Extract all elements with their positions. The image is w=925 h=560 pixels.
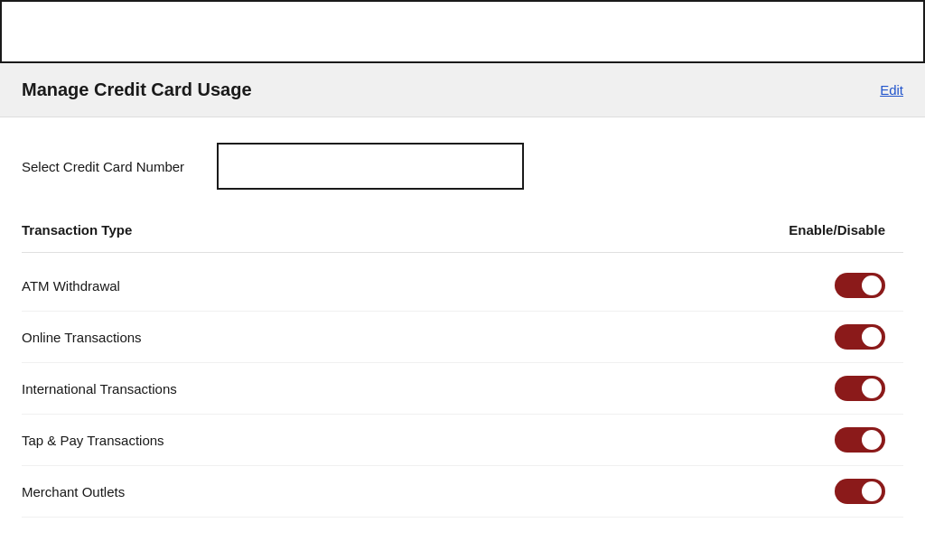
toggle-wrapper-online [835, 324, 885, 350]
toggle-wrapper-atm [835, 273, 885, 298]
transaction-rows-container: ATM WithdrawalOnline TransactionsInterna… [22, 260, 903, 518]
transaction-name-tap-pay: Tap & Pay Transactions [22, 433, 164, 448]
toggle-slider-online [835, 324, 885, 350]
toggle-international[interactable] [835, 376, 885, 401]
content-area: Select Credit Card Number Transaction Ty… [0, 117, 925, 543]
table-row: International Transactions [22, 363, 903, 415]
table-row: Online Transactions [22, 312, 903, 363]
toggle-wrapper-merchant [835, 479, 885, 504]
toggle-slider-atm [835, 273, 885, 298]
table-header: Transaction Type Enable/Disable [22, 215, 903, 253]
toggle-slider-international [835, 376, 885, 401]
table-row: Merchant Outlets [22, 466, 903, 518]
toggle-wrapper-tap-pay [835, 427, 885, 453]
transaction-name-merchant: Merchant Outlets [22, 484, 125, 499]
toggle-slider-tap-pay [835, 427, 885, 453]
toggle-atm[interactable] [835, 273, 885, 298]
toggle-slider-merchant [835, 479, 885, 504]
top-bar [0, 0, 925, 63]
transaction-name-atm: ATM Withdrawal [22, 278, 120, 294]
select-card-row: Select Credit Card Number [22, 143, 903, 190]
table-row: ATM Withdrawal [22, 260, 903, 312]
toggle-online[interactable] [835, 324, 885, 350]
col-header-enable-disable: Enable/Disable [789, 222, 885, 238]
toggle-merchant[interactable] [835, 479, 885, 504]
col-header-transaction-type: Transaction Type [22, 222, 132, 238]
toggle-wrapper-international [835, 376, 885, 401]
card-number-input[interactable] [217, 143, 524, 190]
select-card-label: Select Credit Card Number [22, 159, 202, 174]
edit-button[interactable]: Edit [880, 82, 903, 98]
table-row: Tap & Pay Transactions [22, 415, 903, 466]
toggle-tap-pay[interactable] [835, 427, 885, 453]
transaction-name-online: Online Transactions [22, 330, 142, 345]
transaction-name-international: International Transactions [22, 381, 177, 397]
header-section: Manage Credit Card Usage Edit [0, 63, 925, 117]
page-title: Manage Credit Card Usage [22, 79, 252, 100]
